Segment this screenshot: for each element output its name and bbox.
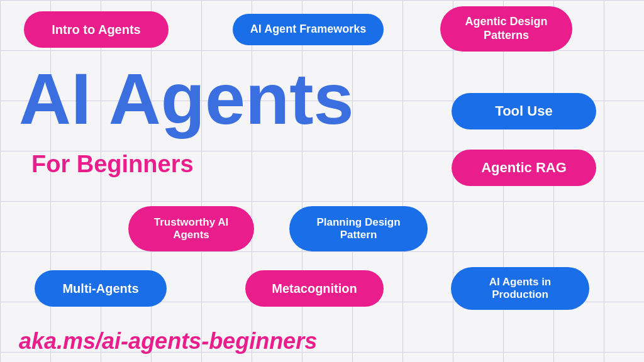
pill-ai-agents-in-production[interactable]: AI Agents in Production [451,267,589,310]
pill-agentic-design-patterns[interactable]: Agentic Design Patterns [440,6,572,52]
pill-agentic-rag[interactable]: Agentic RAG [452,150,596,186]
pill-intro-to-agents[interactable]: Intro to Agents [24,11,169,48]
pill-trustworthy-ai-agents[interactable]: Trustworthy AI Agents [128,206,254,251]
pill-planning-design-pattern[interactable]: Planning Design Pattern [289,206,428,251]
pills-container: Intro to AgentsAI Agent FrameworksAgenti… [0,0,644,362]
pill-tool-use[interactable]: Tool Use [452,93,596,129]
pill-ai-agent-frameworks[interactable]: AI Agent Frameworks [233,14,384,45]
pill-multi-agents[interactable]: Multi-Agents [35,270,167,307]
pill-metacognition[interactable]: Metacognition [245,270,384,307]
